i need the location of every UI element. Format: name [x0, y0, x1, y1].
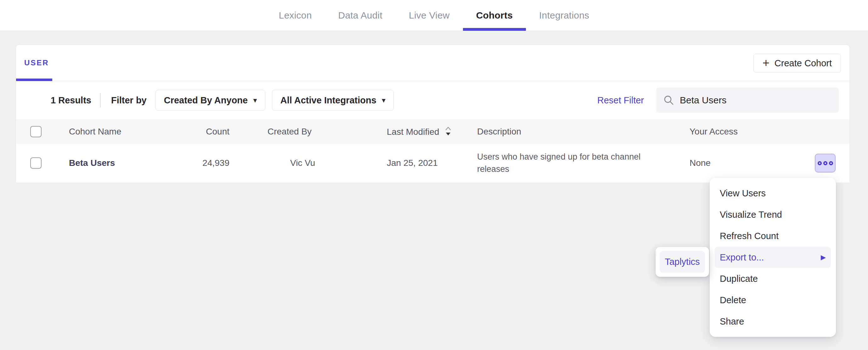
column-header-description[interactable]: Description — [477, 127, 689, 137]
integrations-dropdown-label: All Active Integrations — [280, 95, 376, 106]
caret-down-icon: ▾ — [382, 97, 385, 104]
nav-tab-label: Cohorts — [476, 10, 513, 21]
nav-tab-integrations[interactable]: Integrations — [526, 0, 602, 31]
nav-tab-label: Lexicon — [279, 10, 312, 21]
search-box[interactable] — [656, 88, 839, 113]
your-access-value: None — [689, 158, 815, 168]
nav-tab-label: Data Audit — [338, 10, 382, 21]
search-input[interactable] — [680, 95, 832, 106]
filter-toolbar: 1 Results Filter by Created By Anyone ▾ … — [16, 81, 849, 119]
row-actions-button[interactable] — [815, 154, 836, 173]
created-by-name: Vic Vu — [290, 158, 315, 168]
active-tab-underline — [463, 28, 526, 31]
tab-user-label: USER — [24, 59, 49, 67]
filter-by-label: Filter by — [111, 95, 147, 106]
nav-tab-cohorts[interactable]: Cohorts — [463, 0, 526, 31]
divider — [100, 93, 101, 107]
row-checkbox[interactable] — [30, 158, 41, 169]
column-header-cohort-name[interactable]: Cohort Name — [69, 127, 177, 137]
create-cohort-label: Create Cohort — [775, 58, 832, 69]
menu-item-export-label: Export to... — [720, 252, 764, 262]
cohort-description: Users who have signed up for beta channe… — [477, 151, 666, 175]
column-header-count[interactable]: Count — [177, 127, 268, 137]
cohort-count: 24,939 — [177, 158, 268, 168]
menu-item-delete[interactable]: Delete — [710, 289, 836, 311]
tab-user-underline — [16, 78, 52, 81]
top-nav-bar: Lexicon Data Audit Live View Cohorts Int… — [0, 0, 868, 31]
created-by-cell: VV Vic Vu — [268, 154, 387, 172]
menu-item-duplicate[interactable]: Duplicate — [710, 268, 836, 289]
panel-header: USER + Create Cohort — [16, 45, 849, 81]
results-count: 1 Results — [51, 95, 91, 106]
column-header-last-modified[interactable]: Last Modified — [387, 126, 477, 137]
submenu-arrow-icon: ▶ — [821, 253, 826, 261]
row-actions-menu: View Users Visualize Trend Refresh Count… — [710, 178, 836, 337]
tab-user[interactable]: USER — [16, 45, 49, 81]
avatar: VV — [268, 154, 285, 172]
created-by-dropdown-label: Created By Anyone — [164, 95, 248, 106]
menu-item-refresh-count[interactable]: Refresh Count — [710, 225, 836, 247]
menu-item-visualize-trend[interactable]: Visualize Trend — [710, 204, 836, 225]
ellipsis-icon — [818, 161, 822, 165]
submenu-item-taplytics[interactable]: Taplytics — [660, 251, 705, 273]
created-by-dropdown[interactable]: Created By Anyone ▾ — [155, 90, 265, 111]
ellipsis-icon — [829, 161, 833, 165]
menu-item-view-users[interactable]: View Users — [710, 182, 836, 204]
column-header-created-by[interactable]: Created By — [268, 127, 387, 137]
create-cohort-button[interactable]: + Create Cohort — [753, 54, 841, 73]
integrations-dropdown[interactable]: All Active Integrations ▾ — [272, 90, 394, 111]
nav-tab-live-view[interactable]: Live View — [396, 0, 463, 31]
menu-item-share[interactable]: Share — [710, 311, 836, 332]
sort-icon[interactable] — [445, 126, 452, 137]
caret-down-icon: ▾ — [253, 97, 257, 104]
select-all-checkbox[interactable] — [30, 126, 41, 137]
table-header: Cohort Name Count Created By Last Modifi… — [16, 119, 849, 144]
nav-tab-label: Live View — [409, 10, 450, 21]
cohorts-panel: USER + Create Cohort 1 Results Filter by… — [16, 45, 850, 183]
last-modified-date: Jan 25, 2021 — [387, 158, 477, 168]
nav-tab-lexicon[interactable]: Lexicon — [266, 0, 325, 31]
menu-item-export-to[interactable]: Export to... ▶ — [715, 247, 831, 268]
reset-filter-link[interactable]: Reset Filter — [597, 95, 644, 106]
ellipsis-icon — [823, 161, 828, 165]
main-nav: Lexicon Data Audit Live View Cohorts Int… — [266, 0, 602, 31]
export-submenu: Taplytics — [656, 247, 709, 277]
search-icon — [663, 95, 675, 106]
table-row: Beta Users 24,939 VV Vic Vu Jan 25, 2021… — [16, 144, 849, 183]
plus-icon: + — [763, 57, 770, 69]
column-header-your-access[interactable]: Your Access — [689, 127, 815, 137]
nav-tab-data-audit[interactable]: Data Audit — [325, 0, 396, 31]
cohort-name-link[interactable]: Beta Users — [69, 158, 177, 168]
nav-tab-label: Integrations — [539, 10, 589, 21]
